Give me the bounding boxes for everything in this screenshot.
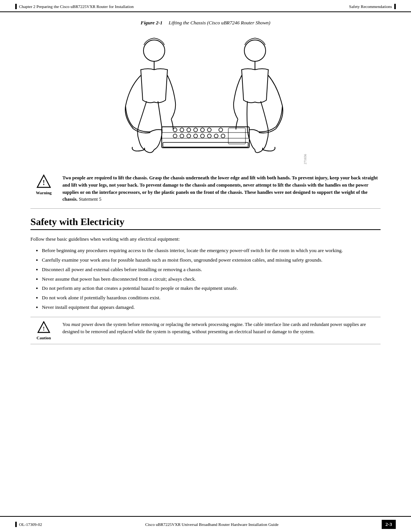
svg-point-18: [201, 134, 204, 138]
svg-rect-23: [163, 142, 248, 147]
warning-section: ! Warning Two people are required to lif…: [30, 174, 381, 209]
list-item: Disconnect all power and external cables…: [42, 266, 381, 274]
caution-text-em: must: [71, 322, 80, 327]
figure-id-text: 271656: [303, 154, 307, 165]
bullet-list: Before beginning any procedures requirin…: [42, 247, 381, 312]
footer-guide-title: Cisco uBR7225VXR Universal Broadband Rou…: [145, 522, 278, 527]
warning-statement: Statement 5: [78, 197, 102, 202]
list-item: Do not work alone if potentially hazardo…: [42, 294, 381, 302]
svg-point-16: [187, 134, 191, 138]
caution-icon-col: ! Caution: [30, 321, 57, 340]
svg-point-15: [180, 134, 184, 138]
svg-rect-22: [228, 128, 245, 144]
list-item: Before beginning any procedures requirin…: [42, 247, 381, 255]
svg-point-2: [244, 40, 266, 61]
caution-label: Caution: [37, 335, 51, 340]
footer-right: 2-3: [382, 520, 396, 529]
caution-text: You must power down the system before re…: [62, 321, 381, 336]
header-right: Safety Recommendations: [349, 4, 396, 9]
warning-label: Warning: [36, 190, 52, 195]
figure-caption-text: [164, 20, 167, 26]
footer-doc-number: OL-17309-02: [19, 522, 42, 527]
footer-left: OL-17309-02: [15, 522, 42, 527]
footer-center: Cisco uBR7225VXR Universal Broadband Rou…: [145, 522, 278, 527]
figure-image-container: 271656: [95, 30, 316, 167]
section-heading: Safety with Electricity: [30, 216, 381, 230]
intro-paragraph: Follow these basic guidelines when worki…: [30, 235, 381, 243]
svg-point-19: [207, 134, 211, 138]
warning-text: Two people are required to lift the chas…: [62, 174, 381, 203]
warning-body-bold: Two people are required to lift the chas…: [62, 175, 378, 202]
chassis-illustration: 271656: [95, 30, 316, 167]
warning-icon-col: ! Warning: [30, 174, 57, 195]
svg-point-17: [194, 134, 198, 138]
page-header: Chapter 2 Preparing the Cisco uBR7225VXR…: [0, 0, 411, 12]
figure-caption: Figure 2-1 Lifting the Chassis (Cisco uB…: [141, 20, 271, 26]
page-footer: OL-17309-02 Cisco uBR7225VXR Universal B…: [0, 516, 411, 532]
caution-section: ! Caution You must power down the system…: [30, 317, 381, 344]
warning-icon: !: [37, 174, 51, 189]
svg-text:!: !: [43, 326, 45, 332]
header-left: Chapter 2 Preparing the Cisco uBR7225VXR…: [15, 4, 134, 9]
figure-section: Figure 2-1 Lifting the Chassis (Cisco uB…: [30, 20, 381, 167]
svg-point-21: [221, 134, 225, 138]
svg-point-12: [207, 128, 211, 132]
figure-title: Lifting the Chassis (Cisco uBR7246 Route…: [169, 20, 270, 26]
footer-bar-left: [15, 522, 17, 527]
svg-text:!: !: [43, 179, 45, 187]
header-chapter-text: Chapter 2 Preparing the Cisco uBR7225VXR…: [19, 4, 134, 9]
caution-text-after: power down the system before removing or…: [62, 322, 366, 334]
header-bar-left: [15, 4, 17, 9]
caution-text-before-em: You: [62, 322, 71, 327]
caution-icon: !: [37, 321, 50, 334]
svg-point-11: [201, 128, 204, 132]
page-number: 2-3: [382, 520, 396, 529]
list-item: Do not perform any action that creates a…: [42, 284, 381, 292]
svg-point-8: [180, 128, 184, 132]
figure-number: Figure 2-1: [141, 20, 162, 26]
svg-point-13: [219, 128, 223, 132]
svg-point-0: [143, 40, 165, 61]
svg-point-9: [187, 128, 191, 132]
svg-point-14: [173, 134, 177, 138]
svg-point-7: [173, 128, 177, 132]
header-bar-right: [394, 4, 396, 9]
list-item: Never assume that power has been disconn…: [42, 275, 381, 283]
svg-rect-4: [162, 127, 249, 148]
svg-point-20: [214, 134, 218, 138]
svg-point-10: [194, 128, 198, 132]
main-content: Figure 2-1 Lifting the Chassis (Cisco uB…: [0, 12, 411, 516]
header-section-text: Safety Recommendations: [349, 4, 392, 9]
list-item: Never install equipment that appears dam…: [42, 304, 381, 312]
list-item: Carefully examine your work area for pos…: [42, 256, 381, 264]
